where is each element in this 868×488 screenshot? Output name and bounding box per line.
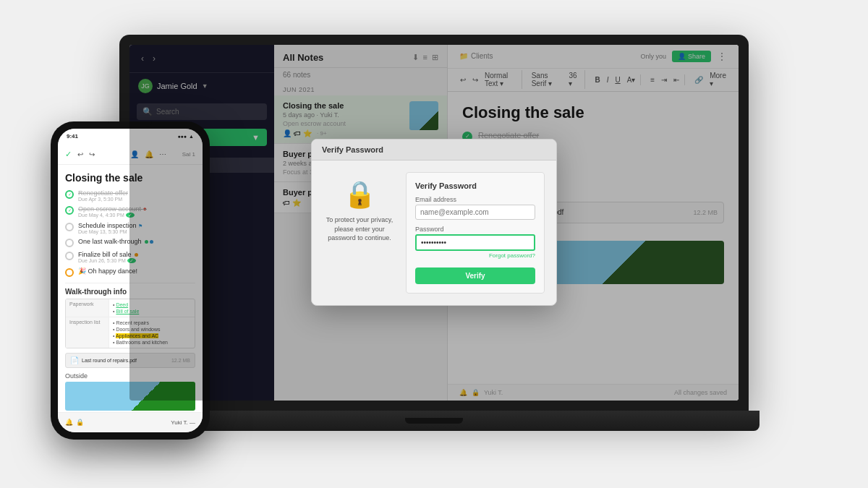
laptop-device: ‹ › JG Jamie Gold ▼ 🔍 Search + New <box>109 35 760 454</box>
phone-check-4[interactable] <box>65 239 74 247</box>
modal-inner-title: Verify Password <box>415 181 535 190</box>
phone-check-1[interactable] <box>65 190 74 199</box>
note-content: 📁 Clients Only you 👤 Share ⋮ <box>448 45 739 401</box>
table-header-paperwork: Paperwork <box>66 299 109 317</box>
password-input[interactable] <box>415 234 535 251</box>
modal-left: 🔒 To protect your privacy, please enter … <box>323 172 396 294</box>
app-container: ‹ › JG Jamie Gold ▼ 🔍 Search + New <box>129 45 739 401</box>
laptop-screen: ‹ › JG Jamie Gold ▼ 🔍 Search + New <box>129 45 739 401</box>
phone-redo-icon[interactable]: ↪ <box>89 150 95 158</box>
verify-password-modal: Verify Password 🔒 To protect your privac… <box>311 139 557 306</box>
verify-button[interactable]: Verify <box>415 267 535 284</box>
phone-check-2[interactable] <box>65 206 74 215</box>
deed-link[interactable]: Deed <box>116 302 128 307</box>
modal-overlay: Verify Password 🔒 To protect your privac… <box>129 45 739 401</box>
phone-footer: 🔔 🔒 Yuki T. — <box>58 412 203 432</box>
phone-check-3[interactable] <box>65 223 74 231</box>
email-form-group: Email address <box>415 196 535 220</box>
password-form-group: Password Forgot password? <box>415 226 535 259</box>
modal-title-bar: Verify Password <box>312 140 556 160</box>
modal-right: Verify Password Email address Password <box>406 172 545 294</box>
phone-check-icon: ✓ <box>65 150 72 159</box>
email-input[interactable] <box>415 205 535 220</box>
lock-icon-large: 🔒 <box>344 179 376 210</box>
phone-footer-user: Yuki T. — <box>171 419 195 426</box>
modal-inner-box: Verify Password Email address Password <box>406 172 545 294</box>
table-header-inspection: Inspection list <box>66 317 109 348</box>
phone-lock-footer: 🔒 <box>76 419 84 426</box>
phone-check-6[interactable] <box>65 268 74 277</box>
forgot-password-link[interactable]: Forgot password? <box>415 252 535 259</box>
phone-footer-left: 🔔 🔒 <box>65 419 84 426</box>
phone-bell-footer: 🔔 <box>65 419 73 426</box>
modal-description: To protect your privacy, please enter yo… <box>323 215 396 243</box>
modal-body: 🔒 To protect your privacy, please enter … <box>312 160 556 305</box>
phone-check-5[interactable] <box>65 252 74 260</box>
phone-undo-icon[interactable]: ↩ <box>77 150 83 158</box>
password-label: Password <box>415 226 535 233</box>
laptop-notch <box>405 418 463 424</box>
email-label: Email address <box>415 196 535 203</box>
phone-time: 9:41 <box>67 133 78 140</box>
laptop-bezel: ‹ › JG Jamie Gold ▼ 🔍 Search + New <box>119 35 749 411</box>
phone-pdf-icon: 📄 <box>70 356 79 364</box>
